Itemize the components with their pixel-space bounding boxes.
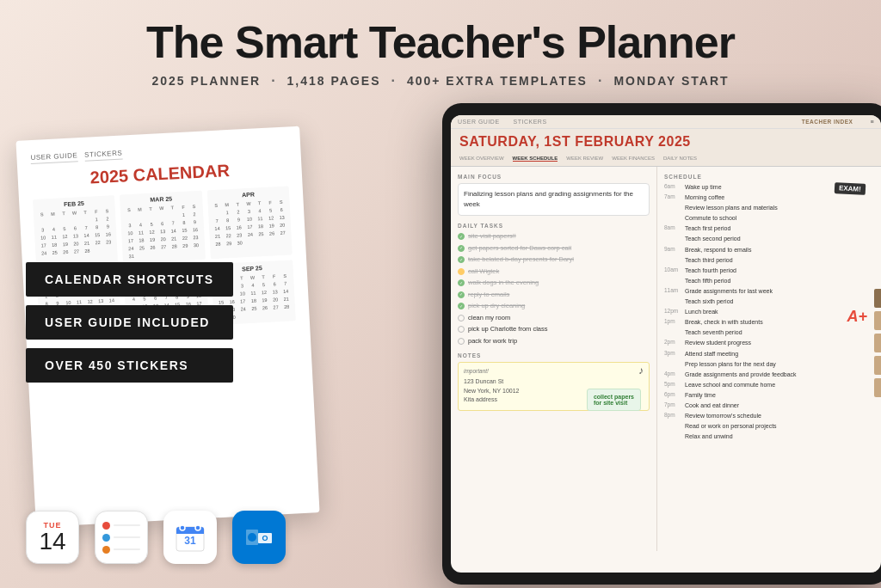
task-check-2[interactable]: ✓ [458, 245, 465, 252]
tablet-tab-user-guide[interactable]: USER GUIDE [458, 119, 500, 125]
sched-5: 8am Teach first period [664, 224, 874, 232]
task-7: ✓ pick up dry cleaning [458, 302, 650, 311]
svg-rect-2 [176, 531, 204, 534]
tasks-icon[interactable] [95, 511, 148, 564]
apple-calendar-icon[interactable]: TUE 14 [26, 511, 79, 564]
svg-text:31: 31 [184, 535, 196, 547]
dot-1: · [271, 73, 276, 89]
exam-sticker: EXAM! [835, 182, 866, 195]
tablet-right-col: SCHEDULE EXAM! A+ 6am Wake up time 7am M… [657, 167, 881, 551]
outlook-icon[interactable]: O [232, 511, 286, 564]
cal-mar: MAR 25 SMTWTFS 12 3456789 10111213141516… [120, 191, 205, 264]
side-tab-5[interactable] [874, 378, 881, 397]
task-check-4[interactable] [458, 268, 465, 275]
music-note-icon: ♪ [638, 364, 644, 377]
sched-12: Teach sixth period [664, 297, 874, 305]
schedule-label: SCHEDULE [664, 174, 874, 180]
sched-24: Read or work on personal projects [664, 422, 874, 430]
task-text-10: pack for work trip [468, 337, 517, 346]
sched-23: 8pm Review tomorrow's schedule [664, 412, 874, 420]
side-tab-4[interactable] [874, 356, 881, 375]
schedule-list: EXAM! A+ 6am Wake up time 7am Morning co… [664, 183, 874, 440]
nav-week-finances[interactable]: WEEK FINANCES [612, 156, 655, 162]
notes-section: NOTES important! 123 Duncan StNew York, … [458, 352, 650, 411]
task-text-7: pick up dry cleaning [468, 302, 525, 311]
page-title: The Smart Teacher's Planner [0, 19, 881, 66]
tablet-screen: USER GUIDE STICKERS TEACHER INDEX ≡ SATU… [451, 115, 881, 573]
sched-13: 12pm Lunch break [664, 308, 874, 315]
header: The Smart Teacher's Planner 2025 PLANNER… [0, 0, 881, 89]
side-tab-3[interactable] [874, 334, 881, 352]
subtitle-part-3: 400+ EXTRA TEMPLATES [407, 74, 588, 88]
badge-calendar-shortcuts: CALENDAR SHORTCUTS [26, 262, 233, 297]
subtitle-part-1: 2025 PLANNER [151, 74, 261, 88]
dot-2: · [391, 73, 396, 89]
task-check-9[interactable] [458, 326, 465, 333]
tablet-body: MAIN FOCUS Finalizing lesson plans and g… [451, 167, 881, 551]
nav-week-schedule[interactable]: WEEK SCHEDULE [513, 156, 558, 162]
hamburger-icon: ≡ [870, 119, 874, 125]
sched-8: Teach third period [664, 256, 874, 264]
task-1: ✓ site visit papers!! [458, 232, 650, 242]
svg-point-8 [248, 533, 256, 542]
sched-14: 1pm Break, check in with students [664, 318, 874, 326]
tablet-outer: USER GUIDE STICKERS TEACHER INDEX ≡ SATU… [442, 103, 881, 585]
feature-badges: CALENDAR SHORTCUTS USER GUIDE INCLUDED O… [26, 262, 233, 383]
sched-7: 9am Break, respond to emails [664, 246, 874, 254]
task-3: ✓ take belated b-day presents for Daryl [458, 255, 650, 265]
task-text-8: clean my room [468, 314, 510, 323]
important-label: important! [464, 368, 644, 374]
notes-label: NOTES [458, 352, 650, 358]
badge-user-guide: USER GUIDE INCLUDED [26, 305, 233, 340]
sched-11: 11am Grade assignments for last week [664, 287, 874, 295]
aplus-badge: A+ [847, 308, 867, 326]
sched-2: 7am Morning coffee [664, 193, 874, 201]
nav-week-review[interactable]: WEEK REVIEW [566, 156, 603, 162]
tasks-list: ✓ site visit papers!! ✓ get papers sorte… [458, 232, 650, 346]
side-tab-2[interactable] [874, 311, 881, 330]
task-text-3: take belated b-day presents for Daryl [468, 255, 574, 265]
outlook-logo: O [243, 521, 275, 554]
daily-tasks-label: DAILY TASKS [458, 223, 650, 229]
cal-apr: APR SMTWTFS 123456 78910111213 141516171… [206, 186, 292, 259]
tablet-top-tabs: USER GUIDE STICKERS TEACHER INDEX ≡ [451, 115, 881, 129]
task-check-10[interactable] [458, 338, 465, 345]
side-tab-1[interactable] [874, 289, 881, 308]
sched-16: 2pm Review student progress [664, 339, 874, 346]
sched-18: Prep lesson plans for the next day [664, 360, 874, 368]
sched-3: Review lesson plans and materials [664, 204, 874, 211]
task-check-8[interactable] [458, 315, 465, 322]
nav-week-overview[interactable]: WEEK OVERVIEW [459, 156, 504, 162]
google-calendar-icon[interactable]: 31 [163, 511, 217, 564]
side-tabs [874, 289, 881, 399]
app-icons-row: TUE 14 31 [26, 511, 286, 564]
task-check-3[interactable]: ✓ [458, 256, 465, 263]
task-text-9: pick up Charlotte from class [468, 325, 548, 334]
sched-25: Relax and unwind [664, 432, 874, 440]
sched-20: 5pm Leave school and commute home [664, 381, 874, 389]
task-8: clean my room [458, 314, 650, 323]
task-check-6[interactable]: ✓ [458, 291, 465, 298]
task-text-5: walk dogs in the evening [468, 279, 539, 288]
sched-6: Teach second period [664, 235, 874, 242]
svg-text:O: O [262, 534, 268, 542]
sched-4: Commute to school [664, 214, 874, 222]
paper-calendar-title: 2025 CALENDAR [31, 157, 288, 191]
task-check-1[interactable]: ✓ [458, 233, 465, 240]
task-text-1: site visit papers!! [468, 232, 516, 242]
task-text-2: get papers sorted for Daws corp call [468, 244, 571, 254]
svg-point-5 [195, 525, 200, 530]
tablet-mockup: USER GUIDE STICKERS TEACHER INDEX ≡ SATU… [442, 103, 881, 585]
task-5: ✓ walk dogs in the evening [458, 279, 650, 288]
tablet-tab-stickers[interactable]: STICKERS [514, 119, 547, 125]
task-text-6: reply to emails [468, 291, 509, 300]
task-10: pack for work trip [458, 337, 650, 346]
subtitle-part-2: 1,418 PAGES [287, 74, 381, 88]
tablet-left-col: MAIN FOCUS Finalizing lesson plans and g… [451, 167, 657, 551]
sched-21: 6pm Family time [664, 391, 874, 399]
subtitle-part-4: MONDAY START [613, 74, 729, 88]
nav-daily-notes[interactable]: DAILY NOTES [663, 156, 697, 162]
task-check-5[interactable]: ✓ [458, 279, 465, 286]
task-2: ✓ get papers sorted for Daws corp call [458, 244, 650, 254]
task-check-7[interactable]: ✓ [458, 303, 465, 309]
